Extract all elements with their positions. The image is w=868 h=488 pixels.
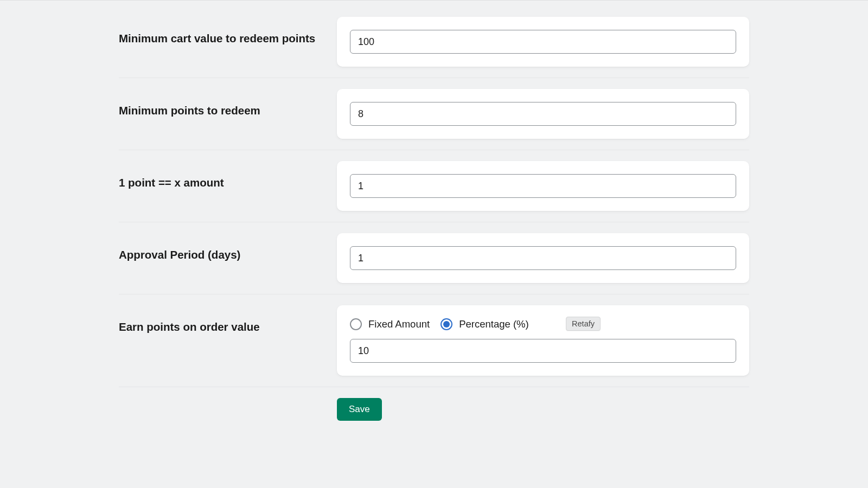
radio-icon xyxy=(350,318,362,330)
row-point-amount: 1 point == x amount xyxy=(119,161,749,222)
card-approval-period xyxy=(337,233,749,283)
label-min-points: Minimum points to redeem xyxy=(119,89,337,117)
earn-type-radio-group: Fixed Amount Percentage (%) Retafy xyxy=(350,318,736,330)
card-point-amount xyxy=(337,161,749,211)
label-earn-points: Earn points on order value xyxy=(119,305,337,333)
row-min-cart-value: Minimum cart value to redeem points xyxy=(119,17,749,78)
label-min-cart-value: Minimum cart value to redeem points xyxy=(119,17,337,45)
row-min-points: Minimum points to redeem xyxy=(119,89,749,150)
radio-icon xyxy=(441,318,452,330)
radio-fixed-label: Fixed Amount xyxy=(368,318,430,330)
card-min-cart-value xyxy=(337,17,749,67)
radio-percentage[interactable]: Percentage (%) xyxy=(441,318,529,330)
input-min-points[interactable] xyxy=(350,102,736,126)
brand-badge: Retafy xyxy=(566,317,601,331)
label-approval-period: Approval Period (days) xyxy=(119,233,337,261)
input-min-cart-value[interactable] xyxy=(350,30,736,54)
label-point-amount: 1 point == x amount xyxy=(119,161,337,189)
card-earn-points: Fixed Amount Percentage (%) Retafy xyxy=(337,305,749,376)
row-earn-points: Earn points on order value Fixed Amount … xyxy=(119,305,749,387)
input-approval-period[interactable] xyxy=(350,246,736,270)
form-actions: Save xyxy=(119,398,749,421)
input-point-amount[interactable] xyxy=(350,174,736,198)
settings-form: Minimum cart value to redeem points Mini… xyxy=(119,1,749,421)
radio-percentage-label: Percentage (%) xyxy=(459,318,529,330)
save-button[interactable]: Save xyxy=(337,398,382,421)
input-earn-value[interactable] xyxy=(350,339,736,363)
row-approval-period: Approval Period (days) xyxy=(119,233,749,294)
radio-fixed-amount[interactable]: Fixed Amount xyxy=(350,318,430,330)
card-min-points xyxy=(337,89,749,139)
